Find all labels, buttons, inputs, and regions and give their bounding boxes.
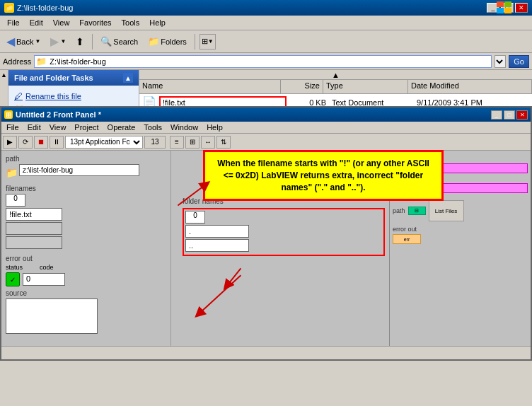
lv-menu-view[interactable]: View [46, 122, 70, 132]
code-value[interactable]: 0 [23, 273, 65, 286]
lv-reorder-btn[interactable]: ⇅ [216, 136, 231, 149]
status-label: status [6, 264, 23, 271]
status-indicator: ✓ [6, 272, 20, 286]
menu-tools[interactable]: Tools [117, 17, 144, 28]
menu-view[interactable]: View [49, 17, 74, 28]
file-type: Text Document [332, 98, 414, 107]
close-button[interactable]: ✕ [515, 3, 528, 13]
lv-run-btn[interactable]: ▶ [3, 136, 17, 149]
address-dropdown[interactable] [495, 55, 506, 68]
lv-font-select[interactable]: 13pt Application Font [65, 136, 143, 149]
address-bar: Address 📁 Z:\list-folder-bug Go [0, 53, 532, 70]
labview-window: ⊞ Untitled 2 Front Panel * _ □ ✕ File Ed… [0, 106, 532, 361]
search-button[interactable]: 🔍 Search [97, 34, 141, 49]
lv-menu-window[interactable]: Window [167, 122, 202, 132]
folders-button[interactable]: 📁 Folders [144, 34, 190, 49]
up-button[interactable]: ⬆ [72, 34, 88, 50]
lv-menu-project[interactable]: Project [71, 122, 102, 132]
annotation-text: When the filename starts with "!" (or an… [217, 158, 429, 192]
address-label: Address [3, 57, 31, 66]
rename-file-item[interactable]: 🖊 Rename this file [11, 90, 136, 103]
source-value[interactable] [6, 298, 98, 334]
search-icon: 🔍 [100, 36, 112, 47]
views-icon: ⊞ [202, 37, 208, 46]
rp-error-indicator: err [393, 234, 421, 244]
forward-dropdown-icon: ▼ [60, 38, 66, 45]
up-icon: ⬆ [76, 36, 84, 47]
lv-maximize-button[interactable]: □ [504, 110, 515, 120]
panel-title: File and Folder Tasks [14, 74, 93, 82]
svg-rect-0 [497, 1, 504, 7]
lv-horizontal-scrollbar[interactable] [1, 346, 531, 356]
svg-rect-1 [504, 1, 511, 7]
lv-icon: ⊞ [4, 110, 13, 119]
panel-header: File and Folder Tasks ▲ [8, 70, 139, 86]
svg-rect-3 [504, 8, 511, 13]
back-label: Back [16, 37, 33, 46]
lv-menu-edit[interactable]: Edit [24, 122, 45, 132]
path-browse-icon[interactable]: 📁 [6, 167, 18, 178]
file-size: 0 KB [289, 98, 329, 107]
address-value: Z:\list-folder-bug [50, 57, 105, 66]
folder-names-item-0[interactable]: . [185, 225, 249, 238]
search-label: Search [113, 37, 138, 46]
back-button[interactable]: ◀ Back ▼ [3, 33, 44, 50]
views-button[interactable]: ⊞ ▼ [200, 34, 216, 50]
col-name-header[interactable]: Name [139, 80, 281, 93]
filenames-item-1 [6, 222, 62, 235]
folder-names-index[interactable]: 0 [185, 211, 205, 224]
col-date-header[interactable]: Date Modified [408, 80, 532, 93]
annotation-box: When the filename starts with "!" (or an… [203, 150, 444, 201]
back-icon: ◀ [6, 35, 15, 48]
rp-path-label: path [393, 207, 405, 214]
filenames-item-0[interactable]: !file.txt [6, 208, 62, 221]
filenames-item-2 [6, 236, 62, 249]
windows-logo [497, 1, 512, 16]
lv-text-size-btn[interactable]: 13 [144, 136, 166, 149]
menu-edit[interactable]: Edit [25, 17, 47, 28]
folders-icon: 📁 [148, 36, 159, 47]
col-type-header[interactable]: Type [323, 80, 408, 93]
panel-collapse-button[interactable]: ▲ [123, 73, 133, 83]
lv-minimize-button[interactable]: _ [491, 110, 502, 120]
path-value[interactable]: z:\list-folder-bug [19, 164, 139, 176]
file-list-header: Name Size Type Date Modified [139, 80, 532, 94]
forward-button[interactable]: ▶ ▼ [47, 33, 69, 50]
rename-icon: 🖊 [14, 91, 23, 101]
file-scroll-up[interactable]: ▲ [139, 70, 532, 80]
col-size-header[interactable]: Size [281, 80, 323, 93]
forward-icon: ▶ [50, 35, 59, 48]
menu-favorites[interactable]: Favorites [75, 17, 115, 28]
code-label: code [40, 264, 54, 271]
lv-menu-operate[interactable]: Operate [104, 122, 139, 132]
lv-abort-btn[interactable]: ⏹ [34, 136, 48, 149]
lv-align-btn[interactable]: ≡ [170, 136, 184, 149]
lv-distribute-btn[interactable]: ⊞ [185, 136, 200, 149]
lv-run-cont-btn[interactable]: ⟳ [18, 136, 33, 149]
menu-file[interactable]: File [3, 17, 24, 28]
explorer-menu-bar: File Edit View Favorites Tools Help [0, 16, 532, 30]
filenames-index[interactable]: 0 [6, 194, 25, 207]
folder-names-section: folder names 0 . .. [183, 197, 385, 256]
folder-names-item-1[interactable]: .. [185, 239, 249, 252]
rp-path-node: path ⊟ List Files [393, 200, 528, 221]
lv-controls-area: path 📁 z:\list-folder-bug filenames 0 !f… [1, 151, 171, 346]
back-dropdown-icon: ▼ [35, 38, 40, 45]
lv-close-button[interactable]: ✕ [516, 110, 528, 120]
path-label: path [6, 155, 166, 163]
rp-error-out-label: error out [393, 226, 528, 233]
menu-help[interactable]: Help [145, 17, 170, 28]
lv-menu-help[interactable]: Help [203, 122, 226, 132]
lv-toolbar: ▶ ⟳ ⏹ ⏸ 13pt Application Font 13 ≡ ⊞ ↔ ⇅ [1, 134, 531, 151]
explorer-toolbar: ◀ Back ▼ ▶ ▼ ⬆ 🔍 Search 📁 Folders ⊞ ▼ [0, 30, 532, 53]
lv-pause-btn[interactable]: ⏸ [50, 136, 64, 149]
go-button[interactable]: Go [509, 55, 529, 68]
views-dropdown-icon: ▼ [208, 38, 214, 45]
address-input[interactable]: 📁 Z:\list-folder-bug [34, 55, 492, 68]
lv-menu-tools[interactable]: Tools [140, 122, 166, 132]
source-label: source [6, 289, 166, 297]
left-scroll-up[interactable]: ▲ [1, 71, 7, 79]
lv-resize-btn[interactable]: ↔ [201, 136, 215, 149]
toolbar-sep-1 [92, 34, 93, 50]
lv-menu-file[interactable]: File [3, 122, 23, 132]
